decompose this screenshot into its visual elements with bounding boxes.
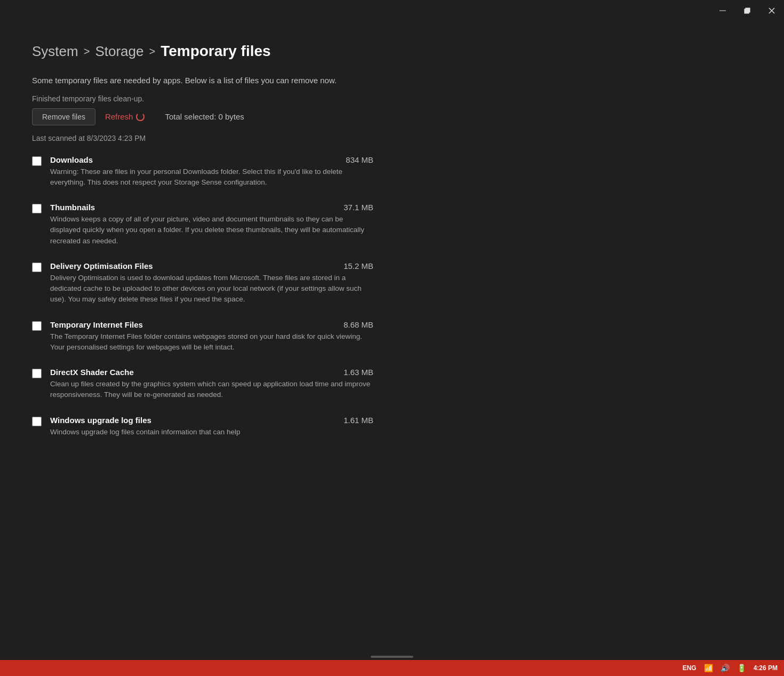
list-item: Delivery Optimisation Files 15.2 MB Deli… xyxy=(32,261,373,305)
file-header-5: Windows upgrade log files 1.61 MB xyxy=(50,416,373,425)
volume-icon: 🔊 xyxy=(721,664,730,672)
breadcrumb-system[interactable]: System xyxy=(32,43,78,60)
file-name-0: Downloads xyxy=(50,155,93,164)
breadcrumb: System > Storage > Temporary files xyxy=(32,43,752,60)
file-size-2: 15.2 MB xyxy=(343,261,373,271)
file-desc-3: The Temporary Internet Files folder cont… xyxy=(50,331,373,353)
file-info-2: Delivery Optimisation Files 15.2 MB Deli… xyxy=(50,261,373,305)
refresh-icon xyxy=(136,113,145,121)
file-name-1: Thumbnails xyxy=(50,203,95,212)
page-title: Temporary files xyxy=(161,43,270,60)
file-checkbox-2[interactable] xyxy=(32,263,42,272)
file-info-5: Windows upgrade log files 1.61 MB Window… xyxy=(50,416,373,438)
file-name-5: Windows upgrade log files xyxy=(50,416,151,425)
file-header-0: Downloads 834 MB xyxy=(50,155,373,164)
file-size-0: 834 MB xyxy=(346,155,373,164)
action-bar: Remove files Refresh Total selected: 0 b… xyxy=(32,108,752,125)
remove-files-button[interactable]: Remove files xyxy=(32,108,95,125)
refresh-button[interactable]: Refresh xyxy=(98,108,153,125)
file-info-3: Temporary Internet Files 8.68 MB The Tem… xyxy=(50,320,373,353)
file-list: Downloads 834 MB Warning: These are file… xyxy=(32,155,752,438)
main-content: System > Storage > Temporary files Some … xyxy=(0,21,784,660)
file-checkbox-4[interactable] xyxy=(32,369,42,378)
last-scanned-text: Last scanned at 8/3/2023 4:23 PM xyxy=(32,134,752,142)
file-checkbox-wrap-0[interactable] xyxy=(32,156,42,168)
taskbar-lang: ENG xyxy=(683,664,697,672)
breadcrumb-sep-1: > xyxy=(84,45,90,58)
close-button[interactable] xyxy=(759,0,784,21)
file-desc-1: Windows keeps a copy of all of your pict… xyxy=(50,214,373,246)
taskbar: ENG 📶 🔊 🔋 4:26 PM xyxy=(0,660,784,676)
battery-icon: 🔋 xyxy=(737,664,746,672)
file-header-4: DirectX Shader Cache 1.63 MB xyxy=(50,368,373,377)
page-description: Some temporary files are needed by apps.… xyxy=(32,75,347,87)
list-item: DirectX Shader Cache 1.63 MB Clean up fi… xyxy=(32,368,373,401)
file-header-3: Temporary Internet Files 8.68 MB xyxy=(50,320,373,329)
file-header-2: Delivery Optimisation Files 15.2 MB xyxy=(50,261,373,271)
file-name-2: Delivery Optimisation Files xyxy=(50,261,153,271)
list-item: Downloads 834 MB Warning: These are file… xyxy=(32,155,373,188)
file-info-4: DirectX Shader Cache 1.63 MB Clean up fi… xyxy=(50,368,373,401)
status-text: Finished temporary files clean-up. xyxy=(32,94,752,103)
file-name-3: Temporary Internet Files xyxy=(50,320,143,329)
restore-button[interactable] xyxy=(735,0,759,21)
file-desc-2: Delivery Optimisation is used to downloa… xyxy=(50,273,373,305)
file-info-0: Downloads 834 MB Warning: These are file… xyxy=(50,155,373,188)
file-size-3: 8.68 MB xyxy=(343,320,373,329)
file-checkbox-1[interactable] xyxy=(32,204,42,213)
file-checkbox-wrap-4[interactable] xyxy=(32,369,42,380)
file-desc-4: Clean up files created by the graphics s… xyxy=(50,379,373,401)
file-size-1: 37.1 MB xyxy=(343,203,373,212)
file-info-1: Thumbnails 37.1 MB Windows keeps a copy … xyxy=(50,203,373,246)
svg-rect-0 xyxy=(719,11,726,11)
minimize-button[interactable] xyxy=(710,0,735,21)
total-selected-text: Total selected: 0 bytes xyxy=(165,112,244,121)
file-header-1: Thumbnails 37.1 MB xyxy=(50,203,373,212)
file-name-4: DirectX Shader Cache xyxy=(50,368,134,377)
file-checkbox-wrap-5[interactable] xyxy=(32,417,42,428)
file-checkbox-3[interactable] xyxy=(32,321,42,331)
file-size-5: 1.61 MB xyxy=(343,416,373,425)
scroll-indicator xyxy=(371,656,413,658)
refresh-label: Refresh xyxy=(105,112,133,121)
file-checkbox-5[interactable] xyxy=(32,417,42,426)
breadcrumb-sep-2: > xyxy=(149,45,155,58)
file-desc-5: Windows upgrade log files contain inform… xyxy=(50,427,373,438)
title-bar-buttons xyxy=(710,0,784,21)
file-checkbox-wrap-2[interactable] xyxy=(32,263,42,274)
list-item: Thumbnails 37.1 MB Windows keeps a copy … xyxy=(32,203,373,246)
taskbar-time: 4:26 PM xyxy=(754,664,778,672)
file-checkbox-wrap-1[interactable] xyxy=(32,204,42,215)
file-checkbox-wrap-3[interactable] xyxy=(32,321,42,332)
list-item: Windows upgrade log files 1.61 MB Window… xyxy=(32,416,373,438)
file-size-4: 1.63 MB xyxy=(343,368,373,377)
wifi-icon: 📶 xyxy=(704,664,713,672)
file-desc-0: Warning: These are files in your persona… xyxy=(50,166,373,188)
title-bar xyxy=(0,0,784,21)
file-checkbox-0[interactable] xyxy=(32,156,42,166)
list-item: Temporary Internet Files 8.68 MB The Tem… xyxy=(32,320,373,353)
breadcrumb-storage[interactable]: Storage xyxy=(95,43,143,60)
